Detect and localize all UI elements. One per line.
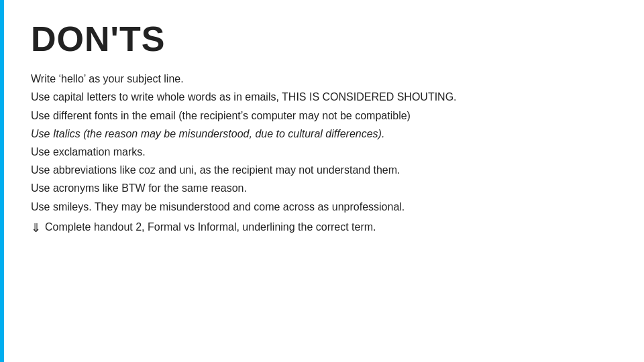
list-item: Use capital letters to write whole words…	[31, 88, 610, 105]
arrow-symbol: ⇓	[31, 219, 41, 237]
final-item-text: Complete handout 2, Formal vs Informal, …	[45, 219, 376, 235]
list-item: Use different fonts in the email (the re…	[31, 107, 610, 124]
list-item: Use abbreviations like coz and uni, as t…	[31, 162, 610, 178]
list-items: Write ‘hello’ as your subject line. Use …	[31, 70, 610, 237]
list-item: Use smileys. They may be misunderstood a…	[31, 198, 610, 215]
list-item: Use Italics (the reason may be misunders…	[31, 125, 610, 142]
final-item: ⇓ Complete handout 2, Formal vs Informal…	[31, 219, 610, 237]
list-item: Write ‘hello’ as your subject line.	[31, 70, 610, 87]
page-title: DON'TS	[31, 20, 610, 58]
content-area: DON'TS Write ‘hello’ as your subject lin…	[4, 0, 644, 362]
list-item: Use acronyms like BTW for the same reaso…	[31, 180, 610, 196]
page-container: DON'TS Write ‘hello’ as your subject lin…	[0, 0, 644, 362]
list-item: Use exclamation marks.	[31, 143, 610, 160]
